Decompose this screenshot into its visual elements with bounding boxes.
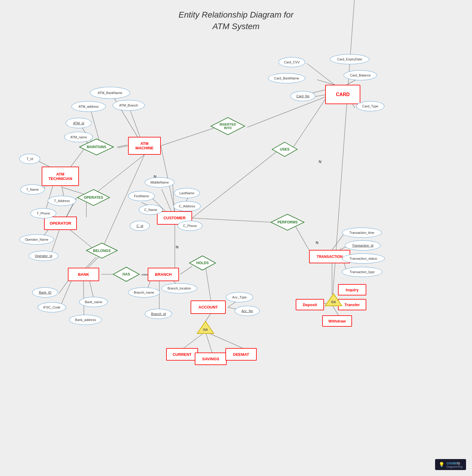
isa-account: ISA <box>197 321 214 334</box>
svg-line-5 <box>118 146 128 148</box>
svg-line-54 <box>205 266 211 300</box>
svg-line-44 <box>247 96 328 127</box>
svg-line-50 <box>192 218 277 223</box>
attr-c-id: C_id <box>130 221 150 231</box>
isa-transaction: ISA <box>325 293 342 306</box>
attr-atm-branch: ATM_Branch <box>113 100 145 111</box>
rel-holds: HOLDS <box>189 255 216 271</box>
svg-line-21 <box>86 257 96 268</box>
svg-text:ISA: ISA <box>331 300 336 304</box>
svg-line-75 <box>307 63 337 86</box>
attr-card-bankname: Card_BankName <box>268 73 305 83</box>
bulb-icon: 💡 <box>439 462 445 467</box>
attr-branch-id: Branch_id <box>145 309 172 319</box>
entity-account[interactable]: ACCOUNT <box>191 300 226 314</box>
entity-operator[interactable]: OPERATOR <box>44 217 77 230</box>
rel-operates: OPERATES <box>77 189 110 206</box>
attr-branch-location: Branch_location <box>161 283 197 293</box>
attr-t-name: T_Name <box>20 184 45 195</box>
attr-atm-name: ATM_name <box>64 132 93 142</box>
entity-deemat[interactable]: DEEMAT <box>225 348 257 361</box>
attr-bank-id: Bank_ID <box>32 287 58 298</box>
attr-bank-address: Bank_address <box>69 315 102 325</box>
attr-bank-name: Bank_name <box>79 297 108 307</box>
attr-trans-id: Transaction_id <box>345 240 381 250</box>
svg-line-60 <box>205 332 243 348</box>
entity-deposit[interactable]: Deposit <box>296 299 324 310</box>
attr-operator-name: Operator_Name <box>19 234 54 245</box>
attr-card-cvv: Card_CVV <box>278 57 305 67</box>
rel-has: HAS <box>113 267 140 282</box>
svg-marker-91 <box>325 294 342 306</box>
page-title: Entity Relationship Diagram for ATM Syst… <box>0 9 472 32</box>
svg-text:ISA: ISA <box>203 328 208 331</box>
rel-belongs: BELONGS <box>86 242 118 259</box>
svg-line-67 <box>332 234 344 250</box>
attr-c-address: C_Address <box>173 201 201 211</box>
attr-card-type: Card_Type <box>356 101 384 111</box>
svg-line-61 <box>205 314 211 321</box>
attr-card-no: Card_No <box>290 91 315 101</box>
attr-atm-bankname: ATM_BankName <box>90 87 130 99</box>
svg-marker-89 <box>197 321 214 333</box>
svg-line-2 <box>129 107 140 137</box>
entity-branch[interactable]: BRANCH <box>148 268 179 281</box>
svg-text:N: N <box>319 159 321 164</box>
brand-label: creately <box>446 461 460 465</box>
attr-firstname: FirstName <box>128 191 155 201</box>
attr-trans-status: Transaction_status <box>342 253 385 264</box>
svg-line-59 <box>205 332 212 353</box>
attr-t-address: T_Address <box>48 196 76 206</box>
attr-t-id: T_Id <box>19 154 40 164</box>
attr-acc-no: Acc_No <box>235 306 260 316</box>
attr-trans-type: Transaction_type <box>342 267 382 277</box>
attr-operator-id: Operator_id <box>29 251 58 261</box>
rel-uses: USES <box>272 142 298 157</box>
entity-atm-technician[interactable]: ATMTECHNICIAN <box>42 167 79 186</box>
svg-line-43 <box>161 128 214 146</box>
attr-trans-time: Transaction_time <box>342 228 382 238</box>
attr-acc-type: Acc_Type <box>226 292 253 302</box>
svg-line-38 <box>162 189 171 211</box>
watermark: 💡 creately Diagramming <box>435 459 466 470</box>
attr-c-phone: C_Phone <box>177 221 202 231</box>
entity-bank[interactable]: BANK <box>68 268 99 281</box>
attr-lastname: LastName <box>174 188 200 198</box>
svg-line-58 <box>184 332 205 348</box>
attr-t-phone: T_Phone <box>30 208 56 218</box>
entity-card[interactable]: CARD <box>325 85 360 104</box>
attr-ifsc-code: IFSC_Code <box>38 302 66 312</box>
attr-middlename: MiddleName <box>145 177 175 187</box>
attr-card-expiry: Card_ExpiryDate <box>330 54 369 64</box>
attr-branch-name: Branch_name <box>128 287 160 298</box>
entity-atm-machine[interactable]: ATMMACHINE <box>128 137 161 155</box>
svg-line-6 <box>117 145 127 147</box>
attr-atm-id: ATM_id <box>66 118 92 128</box>
attr-c-name: C_Name <box>139 205 163 215</box>
entity-savings[interactable]: SAVINGS <box>195 353 227 365</box>
rel-performs: PERFORMS <box>270 214 305 231</box>
diagram-svg: N N N N <box>0 0 472 476</box>
svg-text:N: N <box>176 245 178 249</box>
diagram-container: Entity Relationship Diagram for ATM Syst… <box>0 0 472 476</box>
rel-inserted-into: INSERTEDINTO <box>210 117 245 135</box>
entity-withdraw[interactable]: Withdraw <box>322 315 352 327</box>
attr-card-balance: Card_Balance <box>344 70 377 80</box>
entity-current[interactable]: CURRENT <box>166 348 198 361</box>
svg-text:N: N <box>316 240 318 245</box>
svg-line-14 <box>95 155 144 193</box>
attr-atm-address: ATM_address <box>71 101 106 112</box>
svg-line-48 <box>192 150 278 218</box>
